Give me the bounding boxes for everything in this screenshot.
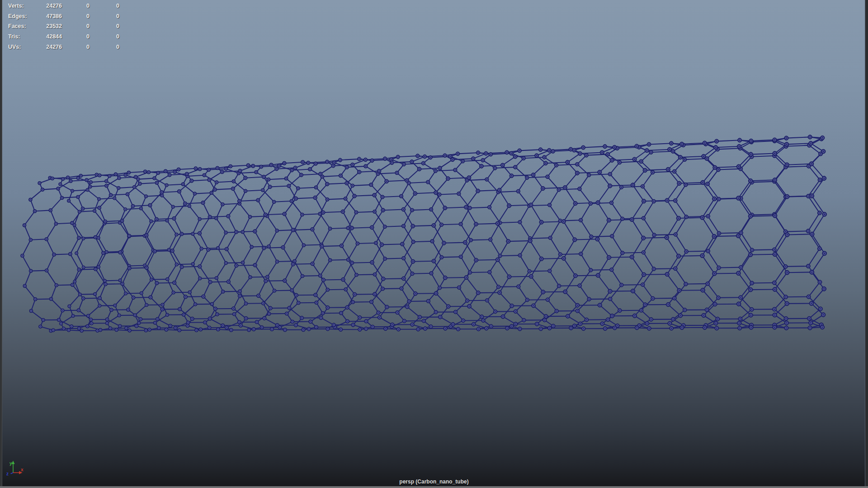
left-panel-border [0,0,2,488]
hud-value-col2: 0 [62,1,90,11]
hud-row: Verts:2427600 [0,1,136,11]
right-panel-border [865,0,868,488]
hud-row: Edges:4738600 [0,11,136,22]
hud-label: UVs: [8,42,31,52]
hud-value-total: 42844 [31,32,62,42]
hud-value-total: 23532 [31,21,62,32]
axis-z-arrow: z [6,471,13,476]
nanotube-wireframe [0,0,868,488]
hud-value-col2: 0 [62,42,90,52]
hud-row: Faces:2353200 [0,21,136,32]
hud-poly-count: Verts:2427600Edges:4738600Faces:2353200T… [0,1,136,52]
hud-value-col3: 0 [90,32,119,42]
hud-label: Tris: [8,32,31,42]
hud-value-total: 47386 [31,11,62,22]
hud-label: Edges: [8,11,31,22]
axis-z-label: z [6,471,9,476]
axis-y-label: y [9,461,12,466]
axis-y-arrow: y [9,461,15,473]
maya-viewport-panel: Verts:2427600Edges:4738600Faces:2353200T… [0,0,868,488]
viewport-3d[interactable] [0,0,868,488]
hud-value-col3: 0 [90,1,119,11]
axis-x-arrow: x [13,467,24,474]
hud-value-col2: 0 [62,21,90,32]
hud-value-total: 24276 [31,42,62,52]
hud-row: Tris:4284400 [0,32,136,42]
axis-x-label: x [21,467,24,472]
hud-label: Faces: [8,21,31,32]
hud-value-col3: 0 [90,11,119,22]
hud-label: Verts: [8,1,31,11]
hud-row: UVs:2427600 [0,42,136,52]
hud-value-total: 24276 [31,1,62,11]
hud-value-col2: 0 [62,32,90,42]
hud-value-col3: 0 [90,21,119,32]
bottom-edge-strip [0,486,868,488]
hud-value-col3: 0 [90,42,119,52]
hud-value-col2: 0 [62,11,90,22]
camera-name-label: persp (Carbon_nano_tube) [0,479,868,485]
